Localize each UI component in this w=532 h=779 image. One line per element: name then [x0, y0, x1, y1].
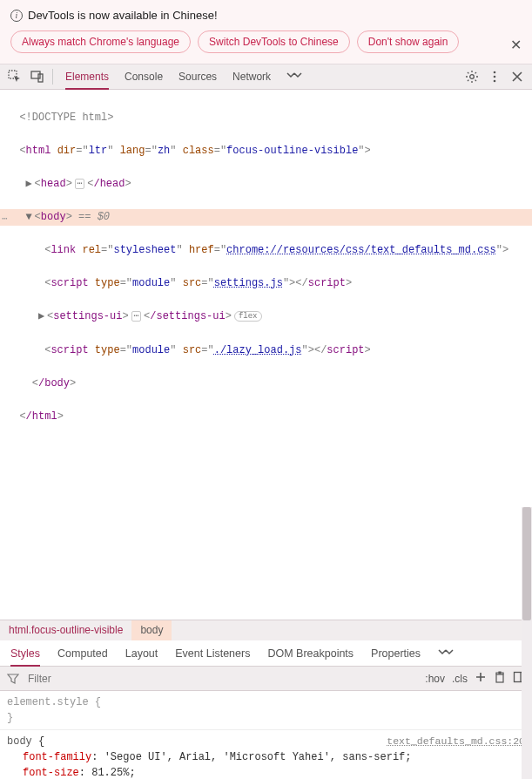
dom-line[interactable]: </html> — [0, 409, 532, 425]
dom-line-selected[interactable]: ⋯ ▼<body> == $0 — [0, 209, 532, 226]
tag-settings-ui-close: /settings-ui — [150, 310, 225, 322]
dom-line[interactable]: <html dir="ltr" lang="zh" class="focus-o… — [0, 143, 532, 159]
style-rule[interactable]: element.style { } — [0, 691, 532, 730]
style-property[interactable]: font-size: 81.25%; — [7, 765, 525, 779]
breadcrumb-body[interactable]: body — [131, 620, 172, 640]
settings-gear-icon[interactable] — [462, 67, 481, 86]
inspect-icon[interactable] — [5, 67, 24, 86]
expand-icon[interactable]: ▶ — [26, 176, 35, 193]
tab-sources[interactable]: Sources — [178, 65, 217, 89]
scrollbar-thumb[interactable] — [522, 507, 531, 620]
selected-marker: == $0 — [78, 211, 110, 223]
prop-value: 81.25% — [91, 767, 129, 779]
prop-value: 'Segoe UI', Arial, 'Microsoft Yahei', sa… — [104, 751, 406, 763]
svg-point-4 — [494, 71, 496, 74]
tab-console[interactable]: Console — [125, 65, 163, 89]
switch-devtools-button[interactable]: Switch DevTools to Chinese — [198, 30, 350, 53]
more-tabs-icon[interactable] — [438, 647, 454, 660]
tag-head: head — [41, 178, 66, 190]
tab-elements[interactable]: Elements — [65, 65, 109, 90]
tag-body-close: /body — [38, 377, 70, 390]
collapse-icon[interactable]: ▼ — [26, 209, 35, 226]
close-banner-icon[interactable]: ✕ — [510, 37, 522, 53]
styles-pane[interactable]: element.style { } text_defaults_md.css:2… — [0, 691, 532, 779]
breadcrumb: html.focus-outline-visible body — [0, 620, 532, 640]
doctype-text: <!DOCTYPE html> — [19, 112, 113, 124]
attr-dir: ltr — [89, 145, 108, 157]
language-banner: i DevTools is now available in Chinese! … — [0, 0, 532, 64]
rule-selector: element.style — [7, 696, 89, 708]
filter-icon — [7, 673, 19, 685]
main-toolbar: Elements Console Sources Network — [0, 64, 532, 90]
banner-title-text: DevTools is now available in Chinese! — [28, 9, 218, 22]
tag-settings-ui: settings-ui — [53, 310, 122, 322]
toolbar-divider — [52, 69, 53, 85]
close-devtools-icon[interactable] — [508, 67, 527, 86]
style-property[interactable]: font-family: 'Segoe UI', Arial, 'Microso… — [7, 749, 525, 765]
hov-toggle[interactable]: :hov — [425, 673, 445, 685]
tag-html-close: /html — [26, 410, 57, 423]
rule-source[interactable]: text_defaults_md.css:20 — [387, 734, 525, 749]
attr-src[interactable]: ./lazy_load.js — [214, 344, 302, 356]
device-toggle-icon[interactable] — [28, 67, 47, 86]
scrollbar[interactable] — [522, 507, 532, 779]
panel-tabs: Elements Console Sources Network — [65, 65, 459, 89]
styles-filter-input[interactable] — [26, 672, 418, 686]
dom-line[interactable]: ▶<settings-ui>⋯</settings-ui>flex — [0, 308, 532, 326]
always-match-button[interactable]: Always match Chrome's language — [10, 30, 191, 53]
tab-dom-breakpoints[interactable]: DOM Breakpoints — [267, 647, 354, 660]
tab-layout[interactable]: Layout — [125, 647, 158, 660]
tab-properties[interactable]: Properties — [371, 647, 421, 660]
styles-filter-bar: :hov .cls — [0, 667, 532, 691]
expand-icon[interactable]: ▶ — [38, 308, 47, 325]
tab-network[interactable]: Network — [232, 65, 271, 89]
copy-styles-icon[interactable] — [494, 671, 506, 686]
kebab-menu-icon[interactable] — [485, 67, 504, 86]
attr-lang: zh — [158, 145, 170, 157]
sidebar-tabs: Styles Computed Layout Event Listeners D… — [0, 640, 532, 667]
tag-head-close: /head — [93, 178, 125, 190]
ellipsis-icon[interactable]: ⋯ — [75, 179, 84, 189]
tag-body: body — [41, 211, 66, 223]
banner-buttons: Always match Chrome's language Switch De… — [10, 30, 522, 53]
tab-computed[interactable]: Computed — [57, 647, 108, 660]
dom-line[interactable]: <script type="module" src="./lazy_load.j… — [0, 342, 532, 359]
more-tabs-icon[interactable] — [286, 65, 302, 89]
dom-line[interactable]: <script type="module" src="settings.js">… — [0, 275, 532, 292]
context-menu-icon[interactable]: ⋯ — [2, 211, 8, 227]
attr-type: module — [132, 277, 170, 289]
attr-src[interactable]: settings.js — [214, 277, 283, 289]
style-rule[interactable]: text_defaults_md.css:20 body { font-fami… — [0, 730, 532, 779]
dom-tree[interactable]: <!DOCTYPE html> <html dir="ltr" lang="zh… — [0, 90, 532, 445]
info-icon: i — [10, 10, 23, 22]
ellipsis-icon[interactable]: ⋯ — [131, 311, 141, 322]
svg-rect-7 — [496, 674, 503, 682]
prop-name: font-size — [23, 767, 79, 779]
toolbar-right — [462, 67, 527, 86]
svg-point-6 — [494, 80, 496, 83]
svg-point-3 — [470, 75, 475, 79]
rule-selector: body — [7, 735, 32, 748]
attr-rel: stylesheet — [113, 244, 176, 256]
svg-point-5 — [494, 76, 496, 78]
dom-line[interactable]: <!DOCTYPE html> — [0, 110, 532, 126]
cls-toggle[interactable]: .cls — [452, 673, 468, 685]
dom-line[interactable]: <link rel="stylesheet" href="chrome://re… — [0, 242, 532, 259]
dom-line[interactable]: </body> — [0, 376, 532, 392]
banner-title-row: i DevTools is now available in Chinese! — [10, 9, 522, 22]
flex-badge[interactable]: flex — [234, 311, 262, 322]
tab-event-listeners[interactable]: Event Listeners — [175, 647, 250, 660]
attr-type: module — [132, 344, 170, 356]
dom-tree-blank — [0, 445, 532, 620]
dom-line[interactable]: ▶<head>⋯</head> — [0, 176, 532, 193]
prop-name: font-family — [23, 751, 91, 763]
tab-styles[interactable]: Styles — [10, 647, 40, 667]
dont-show-again-button[interactable]: Don't show again — [357, 30, 460, 53]
breadcrumb-html[interactable]: html.focus-outline-visible — [0, 620, 131, 640]
attr-class: focus-outline-visible — [226, 145, 358, 157]
new-style-rule-icon[interactable] — [475, 671, 487, 686]
attr-href[interactable]: chrome://resources/css/text_defaults_md.… — [226, 244, 496, 256]
